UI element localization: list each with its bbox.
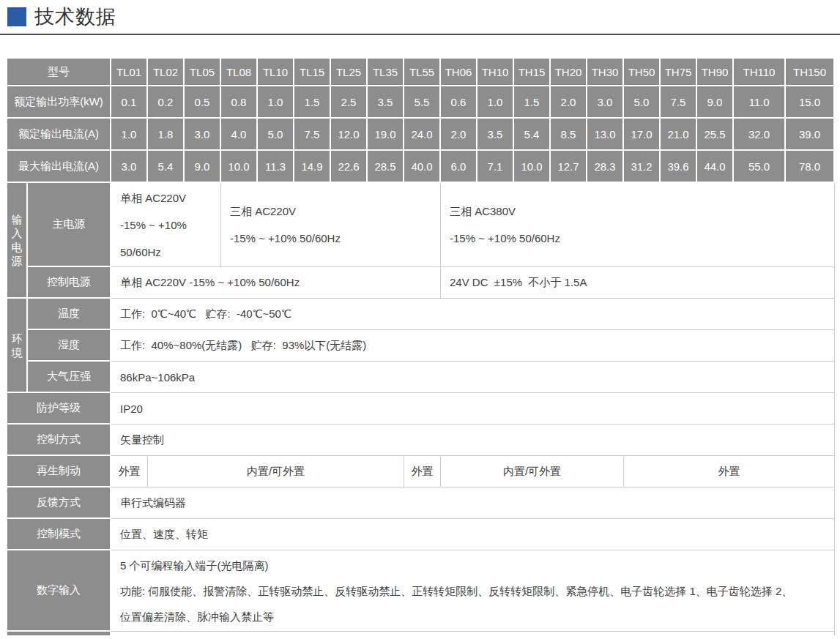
spec-value-cell: 19.0 [368, 119, 404, 151]
spec-value-cell: 1.5 [514, 86, 551, 119]
spec-value-cell: 10.0 [221, 151, 258, 183]
spec-value-cell: 17.0 [624, 119, 661, 151]
control-power-cell: 24V DC ±15% 不小于 1.5A [441, 267, 835, 299]
input-power-group-label: 输入电源 [7, 183, 28, 299]
spec-value-cell: 22.6 [331, 151, 368, 183]
main-power-row: 输入电源主电源单相 AC220V-15% ~ +10%50/60Hz三相 AC2… [7, 183, 835, 267]
spec-value-cell: 0.5 [185, 86, 221, 119]
simple-row-value: 位置、速度、转矩 [111, 519, 835, 550]
section-title-bar: 技术数据 [0, 0, 840, 35]
spec-value-cell: 0.8 [221, 86, 258, 119]
spec-value-cell: 5.0 [624, 86, 661, 119]
cutoff-label-cell [7, 632, 111, 635]
environment-row: 大气压强86kPa~106kPa [7, 362, 835, 393]
spec-value-cell: 7.1 [477, 151, 514, 183]
spec-value-cell: 40.0 [404, 151, 441, 183]
regen-brake-cell: 内置/可外置 [441, 456, 624, 487]
model-header-cell: TL01 [111, 59, 148, 86]
model-header-cell: TH110 [734, 59, 786, 86]
model-header-row: 型号TL01TL02TL05TL08TL10TL15TL25TL35TL55TH… [7, 59, 835, 86]
environment-value-cell: 86kPa~106kPa [111, 362, 835, 393]
model-header-cell: TL08 [221, 59, 258, 86]
simple-row-label: 控制模式 [7, 519, 111, 550]
spec-value-cell: 15.0 [786, 86, 835, 119]
spec-value-cell: 11.0 [734, 86, 786, 119]
environment-label-cell: 大气压强 [28, 362, 111, 393]
cutoff-row [7, 632, 835, 635]
spec-value-cell: 8.5 [551, 119, 587, 151]
model-header-cell: TL55 [404, 59, 441, 86]
control-power-cell: 单相 AC220V -15% ~ +10% 50/60Hz [111, 267, 441, 299]
simple-row-label: 控制方式 [7, 425, 111, 456]
model-header-cell: TL15 [294, 59, 331, 86]
spec-row: 额定输出功率(kW)0.10.20.50.81.01.52.53.55.50.6… [7, 86, 835, 119]
environment-value-cell: 工作: 0℃~40℃ 贮存: -40℃~50℃ [111, 299, 835, 330]
digital-input-label: 数字输入 [7, 550, 111, 632]
spec-value-cell: 7.5 [294, 119, 331, 151]
spec-value-cell: 3.5 [477, 119, 514, 151]
environment-row: 湿度工作: 40%~80%(无结露) 贮存: 93%以下(无结露) [7, 330, 835, 362]
model-header-cell: TL35 [368, 59, 404, 86]
main-power-cell: 三相 AC220V-15% ~ +10% 50/60Hz [221, 183, 441, 267]
spec-value-cell: 12.0 [331, 119, 368, 151]
model-header-cell: TH90 [697, 59, 734, 86]
spec-value-cell: 0.2 [148, 86, 185, 119]
spec-row: 最大输出电流(A)3.05.49.010.011.314.922.628.540… [7, 151, 835, 183]
spec-value-cell: 2.0 [441, 119, 477, 151]
regen-brake-label: 再生制动 [7, 456, 111, 487]
regen-brake-cell: 外置 [624, 456, 835, 487]
spec-value-cell: 1.0 [258, 86, 294, 119]
spec-value-cell: 3.0 [587, 86, 624, 119]
simple-row-label: 反馈方式 [7, 487, 111, 519]
spec-value-cell: 2.5 [331, 86, 368, 119]
spec-value-cell: 21.0 [661, 119, 697, 151]
simple-row-value: 串行式编码器 [111, 487, 835, 519]
spec-value-cell: 0.1 [111, 86, 148, 119]
model-header-cell: TH150 [786, 59, 835, 86]
model-header-cell: TH20 [551, 59, 587, 86]
spec-value-cell: 55.0 [734, 151, 786, 183]
spec-value-cell: 5.5 [404, 86, 441, 119]
simple-row-value: IP20 [111, 393, 835, 425]
model-header-cell: TL05 [185, 59, 221, 86]
control-power-label: 控制电源 [28, 267, 111, 299]
spec-value-cell: 5.4 [514, 119, 551, 151]
spec-value-cell: 1.0 [111, 119, 148, 151]
spec-value-cell: 32.0 [734, 119, 786, 151]
spec-value-cell: 1.8 [148, 119, 185, 151]
spec-value-cell: 39.6 [661, 151, 697, 183]
simple-row: 控制模式位置、速度、转矩 [7, 519, 835, 550]
spec-row: 额定输出电流(A)1.01.83.04.05.07.512.019.024.02… [7, 119, 835, 151]
simple-row: 控制方式矢量控制 [7, 425, 835, 456]
model-header-cell: TH06 [441, 59, 477, 86]
spec-value-cell: 25.5 [697, 119, 734, 151]
environment-row: 环境温度工作: 0℃~40℃ 贮存: -40℃~50℃ [7, 299, 835, 330]
main-power-cell: 三相 AC380V-15% ~ +10% 50/60Hz [441, 183, 835, 267]
environment-value-cell: 工作: 40%~80%(无结露) 贮存: 93%以下(无结露) [111, 330, 835, 362]
page-title: 技术数据 [34, 7, 116, 27]
model-header-cell: TL02 [148, 59, 185, 86]
model-header-cell: TH10 [477, 59, 514, 86]
model-row-label: 型号 [7, 59, 111, 86]
environment-label-cell: 湿度 [28, 330, 111, 362]
spec-value-cell: 3.5 [368, 86, 404, 119]
spec-value-cell: 11.3 [258, 151, 294, 183]
model-header-cell: TH15 [514, 59, 551, 86]
regen-brake-cell: 外置 [404, 456, 441, 487]
spec-value-cell: 44.0 [697, 151, 734, 183]
model-header-cell: TL10 [258, 59, 294, 86]
simple-row-value: 矢量控制 [111, 425, 835, 456]
spec-label-cell: 额定输出功率(kW) [7, 86, 111, 119]
regen-brake-cell: 内置/可外置 [148, 456, 404, 487]
simple-row: 防护等级IP20 [7, 393, 835, 425]
spec-value-cell: 9.0 [185, 151, 221, 183]
spec-value-cell: 6.0 [441, 151, 477, 183]
spec-value-cell: 9.0 [697, 86, 734, 119]
environment-group-label: 环境 [7, 299, 28, 393]
spec-value-cell: 0.6 [441, 86, 477, 119]
spec-value-cell: 12.7 [551, 151, 587, 183]
spec-value-cell: 5.4 [148, 151, 185, 183]
spec-value-cell: 3.0 [111, 151, 148, 183]
technical-data-table: 型号TL01TL02TL05TL08TL10TL15TL25TL35TL55TH… [7, 59, 835, 635]
main-power-label: 主电源 [28, 183, 111, 267]
